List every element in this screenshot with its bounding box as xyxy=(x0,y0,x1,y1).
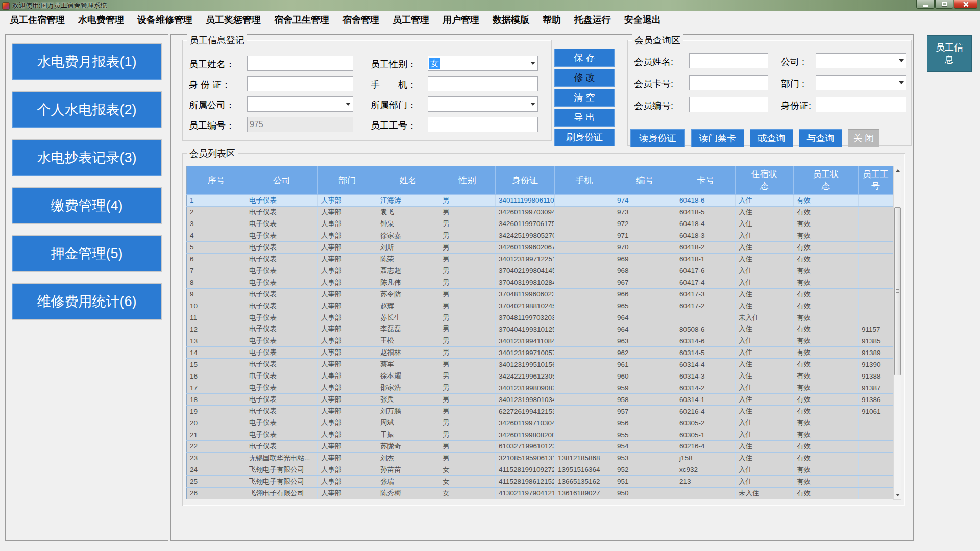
export-button[interactable]: 导 出 xyxy=(554,109,615,127)
cell: 人事部 xyxy=(318,406,377,417)
table-row[interactable]: 16电子仪表人事部徐本耀男3424221996123052...96060314… xyxy=(187,370,893,382)
table-row[interactable]: 24飞翎电子有限公司人事部孙苗苗女4115281991092729...1395… xyxy=(187,464,893,475)
query-department-select[interactable] xyxy=(816,75,906,90)
mobile-input[interactable] xyxy=(428,76,538,91)
employee-name-input[interactable] xyxy=(247,56,353,71)
cell: 人事部 xyxy=(318,452,377,464)
menu-item-employee-dorm[interactable]: 员工住宿管理 xyxy=(3,14,71,26)
save-button[interactable]: 保 存 xyxy=(554,49,615,67)
header-cell[interactable]: 员工状态 xyxy=(794,166,859,195)
read-id-card-button[interactable]: 读身份证 xyxy=(630,129,685,147)
employee-info-tab[interactable]: 员工信息 xyxy=(927,35,972,72)
member-card-input[interactable] xyxy=(689,75,768,90)
modify-button[interactable]: 修 改 xyxy=(554,69,615,87)
table-row[interactable]: 17电子仪表人事部邵家浩男3401231998090820...95960314… xyxy=(187,382,893,394)
clear-button[interactable]: 清 空 xyxy=(554,89,615,107)
table-row[interactable]: 25飞翎电子有限公司人事部张瑞女4115281986121529...13665… xyxy=(187,475,893,487)
department-select[interactable] xyxy=(428,96,538,112)
table-row[interactable]: 1电子仪表人事部江海涛男3401111998061105...97460418-… xyxy=(187,195,893,207)
sidebar-button-monthly-utility-report[interactable]: 水电费月报表(1) xyxy=(12,44,161,80)
read-door-card-button[interactable]: 读门禁卡 xyxy=(691,129,744,147)
menu-item-equipment-repair[interactable]: 设备维修管理 xyxy=(131,14,199,26)
sidebar-button-personal-utility-report[interactable]: 个人水电报表(2) xyxy=(12,92,161,128)
member-name-input[interactable] xyxy=(689,53,768,68)
header-cell[interactable]: 序号 xyxy=(187,166,246,195)
cell: 973 xyxy=(614,206,676,218)
close-window-button[interactable] xyxy=(954,0,977,9)
table-row[interactable]: 12电子仪表人事部李磊磊男3704041993101250...96480508… xyxy=(187,323,893,335)
table-row[interactable]: 7电子仪表人事部聂志超男3704021998041453...96860417-… xyxy=(187,265,893,277)
close-button[interactable]: 关 闭 xyxy=(848,129,879,147)
table-row[interactable]: 19电子仪表人事部刘万鹏男6227261994121530...95760216… xyxy=(187,406,893,417)
query-company-select[interactable] xyxy=(816,53,906,68)
menu-item-data-template[interactable]: 数据模版 xyxy=(486,14,536,26)
menu-item-help[interactable]: 帮助 xyxy=(536,14,568,26)
cell: 有效 xyxy=(794,464,859,475)
company-select[interactable] xyxy=(247,96,353,112)
employee-gender-select[interactable]: 女 xyxy=(428,56,538,71)
header-cell[interactable]: 手机 xyxy=(555,166,614,195)
maximize-button[interactable] xyxy=(935,0,953,9)
menu-item-reward-punishment[interactable]: 员工奖惩管理 xyxy=(199,14,267,26)
header-cell[interactable]: 部门 xyxy=(318,166,377,195)
cell: 24 xyxy=(187,464,246,475)
employee-jobno-input[interactable] xyxy=(428,117,538,132)
table-row[interactable]: 5电子仪表人事部刘斯男3426011996020671...97060418-2… xyxy=(187,241,893,253)
header-cell[interactable]: 编号 xyxy=(614,166,676,195)
cell: 人事部 xyxy=(318,253,377,265)
table-row[interactable]: 13电子仪表人事部王松男3401231994110848...96360314-… xyxy=(187,335,893,347)
menu-item-tray-run[interactable]: 托盘运行 xyxy=(568,14,618,26)
header-cell[interactable]: 卡号 xyxy=(676,166,736,195)
table-row[interactable]: 2电子仪表人事部袁飞男3426011997030946...97360418-5… xyxy=(187,206,893,218)
table-row[interactable]: 4电子仪表人事部徐家嘉男3424251998052705...97160418-… xyxy=(187,230,893,241)
cell: 苏陇奇 xyxy=(377,441,439,453)
sidebar-button-repair-cost-stats[interactable]: 维修费用统计(6) xyxy=(12,284,161,319)
member-number-input[interactable] xyxy=(689,97,768,112)
minimize-button[interactable] xyxy=(916,0,935,9)
window-controls xyxy=(916,0,977,9)
cell: 60418-2 xyxy=(676,241,736,253)
query-department-label: 部门 : xyxy=(781,78,804,90)
or-query-button[interactable]: 或查询 xyxy=(750,129,793,147)
table-row[interactable]: 26飞翎电子有限公司人事部陈秀梅女4130211979041219...1361… xyxy=(187,487,893,499)
table-row[interactable]: 22电子仪表人事部苏陇奇男6103271996101234...95460216… xyxy=(187,441,893,453)
sidebar-button-payment-mgmt[interactable]: 缴费管理(4) xyxy=(12,188,161,223)
menu-item-employee-mgmt[interactable]: 员工管理 xyxy=(386,14,436,26)
swipe-id-card-button[interactable]: 刷身份证 xyxy=(554,129,615,146)
menu-item-dorm-hygiene[interactable]: 宿舍卫生管理 xyxy=(267,14,336,26)
menu-item-user-mgmt[interactable]: 用户管理 xyxy=(436,14,486,26)
sidebar-button-meter-reading-records[interactable]: 水电抄表记录(3) xyxy=(12,140,161,176)
header-cell[interactable]: 姓名 xyxy=(377,166,439,195)
scroll-down-icon[interactable] xyxy=(894,491,901,499)
header-cell[interactable]: 住宿状态 xyxy=(736,166,794,195)
table-row[interactable]: 10电子仪表人事部赵辉男3704021988102453...96560417-… xyxy=(187,300,893,312)
cell: 入住 xyxy=(736,323,794,335)
menu-item-safe-exit[interactable]: 安全退出 xyxy=(618,14,668,26)
cell: 5 xyxy=(187,241,246,253)
table-row[interactable]: 9电子仪表人事部苏令防男3704811996060238...96660417-… xyxy=(187,288,893,300)
table-row[interactable]: 20电子仪表人事部周斌男3426011997103040...95660305-… xyxy=(187,417,893,429)
menu-item-utility-fee[interactable]: 水电费管理 xyxy=(71,14,131,26)
header-cell[interactable]: 性别 xyxy=(439,166,496,195)
and-query-button[interactable]: 与查询 xyxy=(799,129,842,147)
table-row[interactable]: 15电子仪表人事部蔡军男3401231995101562...96160314-… xyxy=(187,359,893,370)
scrollbar-thumb[interactable] xyxy=(894,207,901,375)
table-scrollbar[interactable] xyxy=(893,166,901,500)
table-row[interactable]: 14电子仪表人事部赵福林男3401231997100572...96260314… xyxy=(187,347,893,359)
table-row[interactable]: 21电子仪表人事部干振男3426011998082002...95560305-… xyxy=(187,429,893,441)
menu-item-dorm-mgmt[interactable]: 宿舍管理 xyxy=(336,14,386,26)
table-row[interactable]: 23无锡国联华光电站...人事部刘杰男3210851959061318...13… xyxy=(187,452,893,464)
table-row[interactable]: 18电子仪表人事部张兵男3401231998010348...95860314-… xyxy=(187,394,893,406)
table-row[interactable]: 3电子仪表人事部钟泉男3426011997061753...97260418-4… xyxy=(187,218,893,230)
scroll-up-icon[interactable] xyxy=(894,166,901,175)
header-cell[interactable]: 员工工号 xyxy=(859,166,893,195)
id-card-input[interactable] xyxy=(247,76,353,91)
header-cell[interactable]: 公司 xyxy=(246,166,318,195)
table-row[interactable]: 6电子仪表人事部陈荣男3401231997122516...96960418-1… xyxy=(187,253,893,265)
query-id-card-input[interactable] xyxy=(816,97,906,112)
cell xyxy=(555,312,614,323)
sidebar-button-deposit-mgmt[interactable]: 押金管理(5) xyxy=(12,236,161,271)
table-row[interactable]: 11电子仪表人事部苏长生男3704811997032038...964未入住有效 xyxy=(187,312,893,323)
table-row[interactable]: 8电子仪表人事部陈凡伟男3704031998102841...96760417-… xyxy=(187,277,893,288)
header-cell[interactable]: 身份证 xyxy=(496,166,555,195)
